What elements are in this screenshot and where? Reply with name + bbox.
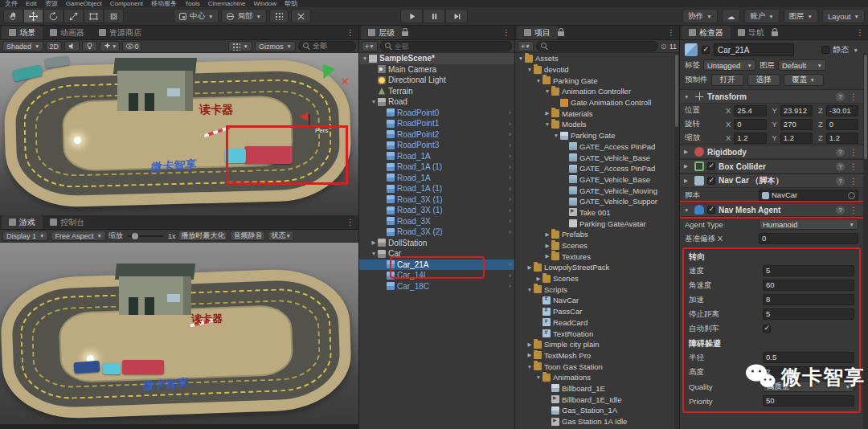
project-item[interactable]: TextRoation — [515, 328, 679, 339]
hierarchy-item[interactable]: ▶DollStation — [359, 238, 514, 249]
navcar-component-header[interactable]: ▶ Nav Car （脚本） ? ⋮ — [680, 174, 863, 188]
project-item[interactable]: GATE_Access PinPad — [515, 141, 679, 153]
menu-item[interactable]: 文件 — [5, 0, 18, 7]
object-picker-icon[interactable] — [848, 192, 855, 199]
expand-arrow[interactable]: ▶ — [526, 264, 534, 271]
visibility-icon[interactable]: ⊙ — [661, 43, 667, 51]
tab-game[interactable]: 游戏 — [2, 215, 43, 229]
axis-value-field[interactable]: -30.01 — [826, 105, 858, 116]
lock-icon[interactable] — [558, 31, 564, 36]
project-item[interactable]: ▼Animations — [515, 372, 679, 383]
cloud-button[interactable]: ☁ — [722, 9, 741, 23]
hierarchy-item[interactable]: Road_1A› — [359, 151, 514, 162]
project-search-input[interactable] — [551, 43, 653, 51]
tab-inspector[interactable]: 检查器 — [682, 26, 731, 39]
pause-button[interactable] — [423, 9, 445, 23]
expand-arrow[interactable]: ▼ — [552, 133, 560, 138]
tag-dropdown[interactable]: Untagged▼ — [703, 59, 756, 71]
layer-dropdown[interactable]: Default▼ — [778, 59, 826, 71]
axis-value-field[interactable]: 270 — [780, 119, 813, 130]
audio-toggle[interactable] — [64, 41, 80, 51]
tab-console[interactable]: 控制台 — [43, 215, 92, 229]
navmeshagent-component-header[interactable]: ▼ Nav Mesh Agent ? ⋮ — [680, 202, 863, 217]
panel-menu-icon[interactable]: ⋮ — [852, 28, 868, 37]
hierarchy-item[interactable]: Car_18C› — [359, 281, 514, 292]
help-icon[interactable]: ? — [836, 177, 845, 186]
property-field[interactable]: 0.5 — [763, 352, 854, 363]
prefab-open-chevron[interactable]: › — [509, 174, 511, 182]
rigidbody-component-header[interactable]: ▶ Rigidbody ? ⋮ — [680, 145, 863, 159]
axis-value-field[interactable]: 25.4 — [734, 105, 766, 116]
play-button[interactable] — [400, 9, 423, 23]
prefab-open-chevron[interactable]: › — [509, 217, 511, 225]
expand-arrow[interactable]: ▶ — [370, 239, 378, 246]
expand-arrow[interactable]: ▶ — [543, 253, 551, 259]
project-item[interactable]: GATE_Vehicle_Moving — [515, 185, 679, 196]
project-item[interactable]: Parking GateAvatar — [515, 218, 679, 229]
account-dropdown[interactable]: 账户▼ — [744, 9, 779, 23]
panel-menu-icon[interactable]: ⋮ — [342, 218, 358, 227]
project-item[interactable]: ▶TextMesh Pro — [515, 350, 679, 362]
expand-arrow[interactable]: ▶ — [526, 341, 534, 348]
axis-value-field[interactable]: 0 — [734, 119, 766, 130]
expand-arrow[interactable]: ▼ — [543, 88, 551, 94]
transform-tool-icon[interactable] — [104, 9, 124, 23]
foldout-arrow[interactable]: ▶ — [684, 163, 691, 170]
prefab-open-chevron[interactable]: › — [509, 141, 511, 149]
menu-item[interactable]: 资源 — [45, 0, 58, 7]
project-item[interactable]: ▼Parking Gate — [515, 130, 679, 141]
zoom-slider-thumb[interactable] — [132, 233, 138, 239]
panel-menu-icon[interactable]: ⋮ — [663, 28, 679, 37]
hierarchy-item[interactable]: RoadPoint3› — [359, 140, 514, 151]
foldout-arrow[interactable]: ▼ — [684, 207, 691, 213]
project-item[interactable]: GATE_Vehicle_Suppor — [515, 196, 679, 207]
lighting-toggle[interactable] — [82, 41, 97, 51]
property-field[interactable]: 50 — [763, 395, 854, 407]
hierarchy-item[interactable]: RoadPoint1› — [359, 118, 514, 129]
prefab-open-chevron[interactable]: › — [509, 163, 511, 171]
zoom-slider[interactable] — [128, 235, 163, 237]
prefab-open-chevron[interactable]: › — [509, 195, 511, 203]
menu-item[interactable]: GameObject — [66, 0, 102, 7]
hierarchy-item[interactable]: Road_1A (1)› — [359, 183, 514, 194]
prefab-open-chevron[interactable]: › — [509, 108, 511, 116]
project-item[interactable]: Gas_Station_1A — [515, 405, 679, 416]
grid-visibility-dropdown[interactable]: ▼ — [228, 41, 252, 51]
component-menu-icon[interactable]: ⋮ — [848, 148, 859, 157]
property-field[interactable]: 5 — [763, 265, 854, 276]
hierarchy-item[interactable]: Road_1A (1)› — [359, 161, 514, 173]
pivot-toggle-button[interactable]: 中心▼ — [174, 9, 219, 23]
component-menu-icon[interactable]: ⋮ — [848, 177, 859, 186]
project-item[interactable]: Billboard_1E_Idle — [515, 394, 679, 405]
menu-item[interactable]: Component — [110, 0, 143, 7]
expand-arrow[interactable]: ▶ — [526, 352, 534, 358]
project-item[interactable]: GATE_Vehicle_Base — [515, 152, 679, 163]
rect-tool-icon[interactable] — [84, 9, 104, 23]
layout-dropdown[interactable]: Layout▼ — [822, 9, 865, 23]
expand-arrow[interactable]: ▶ — [543, 110, 551, 116]
menu-item[interactable]: Cinemachine — [208, 0, 246, 7]
game-viewport[interactable]: 读卡器 微卡智享 — [0, 243, 358, 424]
project-item[interactable]: ▼devotid — [515, 64, 679, 76]
hierarchy-item[interactable]: RoadPoint0› — [359, 108, 514, 119]
prefab-open-chevron[interactable]: › — [509, 206, 511, 214]
tab-animator[interactable]: 动画器 — [43, 26, 92, 39]
prefab-open-chevron[interactable]: › — [509, 282, 511, 290]
hierarchy-item[interactable]: Road_3X (1)› — [359, 194, 514, 206]
foldout-arrow[interactable]: ▶ — [684, 178, 691, 184]
transform-component-header[interactable]: ▼ Transform ? ⋮ — [680, 89, 863, 104]
expand-arrow[interactable]: ▼ — [543, 121, 551, 127]
component-menu-icon[interactable]: ⋮ — [848, 92, 859, 101]
project-item[interactable]: ▼Parking Gate — [515, 75, 679, 86]
help-icon[interactable]: ? — [836, 206, 845, 214]
help-icon[interactable]: ? — [836, 162, 845, 171]
project-item[interactable]: GATE_Access PinPad — [515, 163, 679, 174]
project-item[interactable]: ▶Scenes — [515, 273, 679, 284]
lock-icon[interactable] — [402, 31, 408, 36]
project-item[interactable]: ▶Prefabs — [515, 229, 679, 240]
help-icon[interactable]: ? — [836, 92, 845, 101]
project-item[interactable]: ▼Scripts — [515, 284, 679, 295]
prefab-open-chevron[interactable]: › — [509, 272, 511, 280]
project-item[interactable]: Gas Station 1A Idle — [515, 416, 679, 427]
project-item[interactable]: Billboard_1E — [515, 383, 679, 394]
